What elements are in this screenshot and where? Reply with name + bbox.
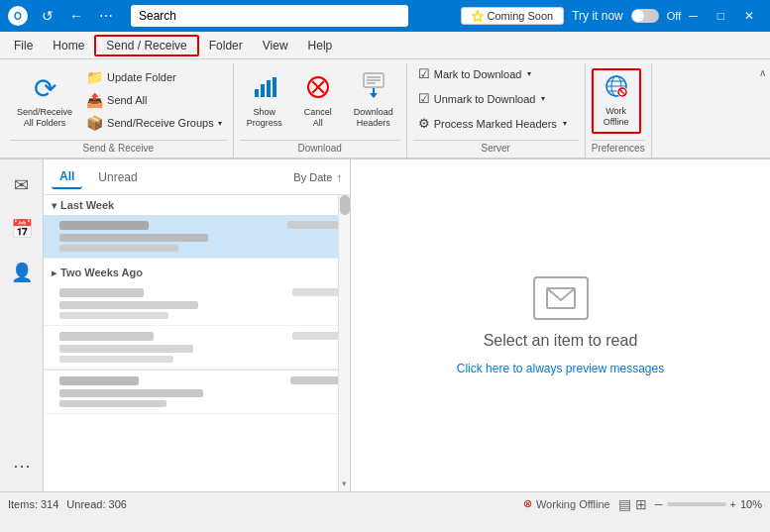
- mail-item-1[interactable]: [44, 215, 350, 259]
- maximize-button[interactable]: □: [710, 7, 732, 25]
- download-headers-button[interactable]: DownloadHeaders: [347, 66, 400, 134]
- process-icon: ⚙: [418, 116, 430, 131]
- sort-label: By Date: [293, 171, 332, 183]
- ribbon-collapse-button[interactable]: ∧: [759, 67, 766, 78]
- mark-to-download-button[interactable]: ☑ Mark to Download ▾: [413, 63, 537, 84]
- svg-rect-3: [267, 80, 271, 97]
- ribbon-group-preferences: WorkOffline Preferences: [586, 63, 652, 158]
- title-bar: O ↺ ← ⋯ Coming Soon Try it now Off ─ □ ✕: [0, 0, 770, 32]
- sidebar-item-people[interactable]: 👤: [4, 255, 40, 290]
- scrollbar-thumb[interactable]: [340, 195, 350, 215]
- mail-item-2[interactable]: [44, 282, 350, 326]
- menu-folder[interactable]: Folder: [199, 35, 253, 56]
- sidebar-item-mail[interactable]: ✉: [4, 167, 40, 203]
- work-offline-button[interactable]: WorkOffline: [592, 68, 641, 134]
- preferences-group-label: Preferences: [592, 140, 645, 158]
- tab-all[interactable]: All: [52, 165, 82, 189]
- unmark-to-download-icon: ☑: [418, 91, 430, 106]
- svg-marker-13: [370, 93, 378, 98]
- mark-to-download-label: Mark to Download: [434, 68, 522, 80]
- items-count: Items: 314: [8, 498, 58, 510]
- svg-marker-0: [473, 11, 483, 21]
- work-offline-icon: [603, 74, 630, 104]
- ribbon-groups: ⟳ Send/ReceiveAll Folders 📁 Update Folde…: [0, 63, 770, 158]
- envelope-svg: [546, 286, 576, 310]
- tab-unread[interactable]: Unread: [90, 166, 145, 188]
- mail-item-3[interactable]: [44, 326, 350, 370]
- ribbon: ⟳ Send/ReceiveAll Folders 📁 Update Folde…: [0, 59, 770, 160]
- process-marked-caret: ▾: [563, 119, 567, 128]
- toggle-switch[interactable]: [631, 9, 659, 23]
- svg-rect-1: [255, 89, 259, 97]
- cancel-svg: [306, 75, 330, 99]
- progress-svg: [253, 75, 276, 99]
- mail-date-1: [287, 221, 342, 229]
- update-folder-button[interactable]: 📁 Update Folder: [81, 66, 227, 88]
- view-icon-2[interactable]: ⊞: [635, 496, 647, 512]
- mail-subject-1: [59, 234, 208, 242]
- group-header-two-weeks[interactable]: ▸ Two Weeks Ago: [44, 263, 350, 282]
- download-headers-icon: [362, 71, 385, 105]
- scrollbar-track[interactable]: [338, 195, 350, 491]
- preview-messages-link[interactable]: Click here to always preview messages: [457, 362, 664, 375]
- unmark-to-download-button[interactable]: ☑ Unmark to Download ▾: [413, 88, 551, 109]
- search-bar: [131, 5, 449, 27]
- cancel-all-label: CancelAll: [304, 107, 332, 129]
- group-header-last-week[interactable]: ▾ Last Week: [44, 195, 350, 215]
- more-button[interactable]: ⋯: [93, 6, 119, 26]
- zoom-level: 10%: [740, 498, 762, 510]
- chevron-down-icon: ▾: [52, 200, 56, 211]
- minimize-button[interactable]: ─: [681, 7, 706, 25]
- menu-file[interactable]: File: [4, 35, 43, 56]
- server-content: ☑ Mark to Download ▾ ☑ Unmark to Downloa…: [413, 63, 579, 138]
- refresh-button[interactable]: ↺: [36, 6, 59, 26]
- zoom-slider[interactable]: [667, 502, 726, 506]
- show-progress-button[interactable]: ShowProgress: [240, 70, 289, 134]
- svg-rect-4: [273, 77, 276, 97]
- update-folder-icon: 📁: [86, 69, 103, 85]
- toggle-label: Off: [667, 10, 681, 22]
- mail-item-4[interactable]: [44, 370, 350, 414]
- select-item-text: Select an item to read: [484, 332, 638, 350]
- preferences-content: WorkOffline: [592, 63, 645, 138]
- send-receive-groups-button[interactable]: 📦 Send/Receive Groups ▾: [81, 112, 227, 134]
- cancel-all-icon: [306, 75, 330, 105]
- coming-soon-button[interactable]: Coming Soon: [461, 7, 565, 25]
- mail-sender-1: [59, 221, 149, 230]
- zoom-out-icon[interactable]: ─: [655, 498, 663, 510]
- outlook-icon: O: [8, 6, 28, 26]
- scroll-down-button[interactable]: ▾: [338, 476, 350, 491]
- download-headers-label: DownloadHeaders: [354, 107, 393, 129]
- menu-view[interactable]: View: [253, 35, 298, 56]
- send-receive-all-button[interactable]: ⟳ Send/ReceiveAll Folders: [10, 67, 79, 134]
- sidebar-item-calendar[interactable]: 📅: [4, 211, 40, 247]
- mail-date-2: [292, 288, 342, 296]
- send-all-button[interactable]: 📤 Send All: [81, 89, 227, 111]
- sort-control[interactable]: By Date ↑: [293, 171, 342, 183]
- cancel-all-button[interactable]: CancelAll: [293, 70, 343, 134]
- process-marked-headers-button[interactable]: ⚙ Process Marked Headers ▾: [413, 113, 572, 134]
- status-bar: Items: 314 Unread: 306 ⊗ Working Offline…: [0, 491, 770, 515]
- svg-rect-2: [261, 84, 265, 97]
- search-input[interactable]: [131, 5, 408, 27]
- back-button[interactable]: ←: [63, 6, 89, 26]
- group-label-two-weeks: Two Weeks Ago: [60, 266, 143, 278]
- left-sidebar: ✉ 📅 👤 ⋯: [0, 160, 44, 491]
- close-button[interactable]: ✕: [736, 7, 762, 25]
- zoom-in-icon[interactable]: +: [730, 498, 736, 510]
- unmark-to-download-label: Unmark to Download: [434, 93, 536, 105]
- send-receive-content: ⟳ Send/ReceiveAll Folders 📁 Update Folde…: [10, 63, 227, 138]
- try-it-now-label: Try it now: [572, 9, 623, 23]
- send-all-label: Send All: [107, 94, 147, 106]
- mail-preview-2: [59, 312, 168, 319]
- mail-subject-3: [59, 345, 193, 353]
- view-icon-1[interactable]: ▤: [618, 496, 631, 512]
- menu-send-receive[interactable]: Send / Receive: [94, 35, 198, 56]
- sidebar-more-button[interactable]: ⋯: [4, 448, 40, 483]
- unmark-to-download-caret: ▾: [541, 94, 545, 103]
- menu-help[interactable]: Help: [298, 35, 343, 56]
- globe-svg: [603, 74, 630, 98]
- title-bar-left: O ↺ ← ⋯: [8, 6, 119, 26]
- menu-home[interactable]: Home: [43, 35, 94, 56]
- working-offline-status: ⊗ Working Offline: [523, 497, 610, 510]
